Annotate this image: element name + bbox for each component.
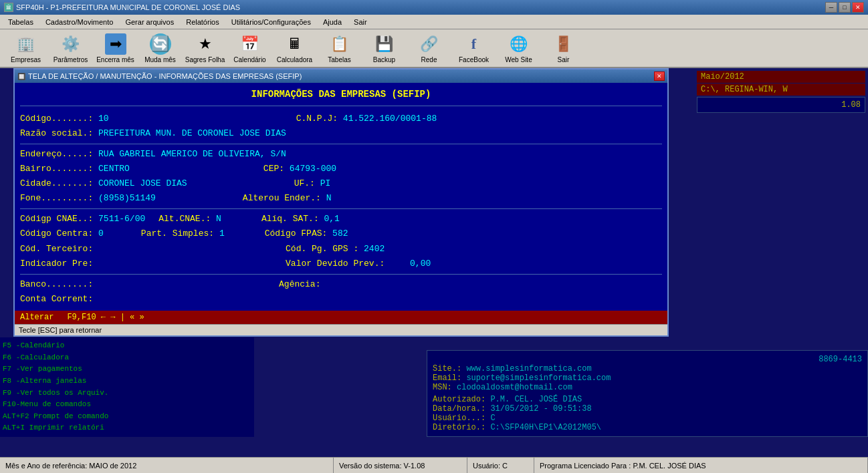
esc-hint: Tecle [ESC] para retornar	[19, 326, 102, 334]
sair-icon: 🚪	[553, 33, 574, 55]
cod-fpas-label: Código FPAS:	[265, 226, 332, 241]
tool-backup[interactable]: 💾 Backup	[362, 31, 406, 65]
title-bar: 🏛 SFP40H - P1-PREFEITURA MUNICIPAL DE CO…	[0, 0, 868, 15]
valor-devido-label: Valor Devido Prev.:	[286, 257, 390, 271]
menu-tabelas[interactable]: Tabelas	[3, 17, 39, 27]
rede-icon: 🔗	[419, 33, 440, 55]
tool-facebook[interactable]: f FaceBook	[452, 31, 496, 65]
cnae-label: Códigp CNAE..:	[20, 212, 98, 226]
main-area: Maio/2012 C:\, REGINA-WIN, W 1.08 F5 -Ca…	[0, 68, 868, 457]
alterou-value: N	[326, 191, 332, 206]
cod-centra-label: Código Centra:	[20, 226, 98, 241]
valor-devido-value: 0,00	[410, 257, 431, 271]
app-icon: 🏛	[4, 3, 13, 12]
close-button[interactable]: ✕	[852, 2, 864, 13]
modal-titlebar: 🔲 TELA DE ALTEÇÃO / MANUTENÇÃO - INFORMA…	[15, 69, 667, 83]
tool-tabelas[interactable]: 📋 Tabelas	[318, 31, 361, 65]
menu-gerar[interactable]: Gerar arquivos	[120, 17, 179, 27]
bairro-label: Bairro.......:	[20, 162, 98, 176]
tool-calculadora[interactable]: 🖩 Calculadora	[273, 31, 316, 65]
status-mes-ano: Mês e Ano de referência: MAIO de 2012	[0, 458, 334, 473]
tool-rede[interactable]: 🔗 Rede	[407, 31, 451, 65]
menu-relatorios[interactable]: Relatórios	[181, 17, 225, 27]
menu-utilitarios[interactable]: Utilitários/Configurações	[226, 17, 316, 27]
tool-sagres[interactable]: ★ Sagres Folha	[183, 31, 227, 65]
conta-label: Conta Corrent:	[20, 292, 98, 307]
tool-facebook-label: FaceBook	[459, 56, 489, 63]
cep-value: 64793-000	[290, 162, 336, 176]
cidade-label: Cidade.......:	[20, 176, 98, 191]
encerra-icon: ➡	[105, 33, 126, 55]
row-conta: Conta Corrent:	[20, 292, 662, 307]
modal-header-title: INFORMAÇÕES DAS EMPRESAS (SEFIP)	[20, 87, 662, 106]
row-banco: Banco........: Agência:	[20, 277, 662, 292]
modal-close-button[interactable]: ✕	[654, 71, 665, 81]
tool-sair[interactable]: 🚪 Sair	[542, 31, 585, 65]
tool-sair-label: Sair	[558, 56, 570, 63]
cod-centra-value: 0	[98, 226, 104, 241]
alterar-label[interactable]: Alterar	[20, 313, 53, 322]
tool-calendario[interactable]: 📅 Calendário	[228, 31, 272, 65]
part-simples-value: 1	[219, 226, 225, 241]
row-endereco: Endereço.....: RUA GABRIEL AMERICO DE OL…	[20, 147, 662, 162]
tool-encerra[interactable]: ➡ Encerra mês	[94, 31, 137, 65]
alt-cnae-label: Alt.CNAE.:	[158, 212, 216, 226]
tool-parametros[interactable]: ⚙️ Parâmetros	[49, 31, 92, 65]
aliq-sat-label: Alíq. SAT.:	[261, 212, 324, 226]
status-usuario: Usuário: C	[467, 458, 534, 473]
cod-pg-value: 2402	[364, 242, 385, 257]
cnpj-value: 41.522.160/0001-88	[343, 112, 437, 126]
backup-icon: 💾	[374, 33, 395, 55]
codigo-label: Código.......:	[20, 112, 98, 126]
tabelas-icon: 📋	[329, 33, 350, 55]
row-cidade: Cidade.......: CORONEL JOSE DIAS UF.: PI	[20, 176, 662, 191]
tool-muda-mes-label: Muda mês	[144, 56, 176, 63]
aliq-sat-value: 0,1	[324, 212, 340, 226]
cod-fpas-value: 582	[332, 226, 348, 241]
menu-ajuda[interactable]: Ajuda	[318, 17, 347, 27]
bairro-value: CENTRO	[98, 162, 130, 176]
cod-pg-label: Cód. Pg. GPS :	[286, 242, 364, 257]
row-razao: Razão social.: PREFEITURA MUN. DE CORONE…	[20, 126, 662, 141]
tool-empresas[interactable]: 🏢 Empresas	[4, 31, 47, 65]
tool-backup-label: Backup	[373, 56, 395, 63]
cnpj-label: C.N.P.J:	[296, 112, 343, 126]
tool-rede-label: Rede	[421, 56, 437, 63]
tool-empresas-label: Empresas	[11, 56, 41, 63]
menu-sair[interactable]: Sair	[348, 17, 372, 27]
endereco-value: RUA GABRIEL AMERICO DE OLIVEIRA, S/N	[98, 147, 286, 162]
tool-website[interactable]: 🌐 Web Site	[497, 31, 540, 65]
agencia-label: Agência:	[279, 277, 326, 292]
tool-parametros-label: Parâmetros	[53, 56, 88, 63]
row-codigo: Código.......: 10 C.N.P.J: 41.522.160/00…	[20, 112, 662, 126]
minimize-button[interactable]: ─	[825, 2, 837, 13]
status-programa: Programa Licenciado Para : P.M. CEL. JOS…	[534, 458, 868, 473]
status-bar: Mês e Ano de referência: MAIO de 2012 Ve…	[0, 457, 868, 473]
row-bairro: Bairro.......: CENTRO CEP: 64793-000	[20, 162, 662, 176]
status-versao: Versão do sistema: V-1.08	[334, 458, 467, 473]
uf-label: UF.:	[294, 176, 320, 191]
menu-bar: Tabelas Cadastro/Movimento Gerar arquivo…	[0, 15, 868, 29]
cod-terceiro-label: Cód. Terceiro:	[20, 242, 98, 257]
parametros-icon: ⚙️	[60, 33, 82, 55]
nav-keys: F9,F10 ← → | « »	[67, 313, 144, 322]
cnae-value: 7511-6/00	[98, 212, 145, 226]
banco-label: Banco........:	[20, 277, 98, 292]
alt-cnae-value: N	[216, 212, 221, 226]
tool-muda-mes[interactable]: 🔄 Muda mês	[138, 31, 182, 65]
maximize-button[interactable]: □	[839, 2, 851, 13]
alterou-label: Alterou Ender.:	[243, 191, 326, 206]
modal-title-text: TELA DE ALTEÇÃO / MANUTENÇÃO - INFORMAÇÕ…	[28, 72, 302, 80]
cep-label: CEP:	[263, 162, 290, 176]
calendario-icon: 📅	[239, 33, 261, 55]
divider-2	[20, 208, 662, 209]
muda-mes-icon: 🔄	[150, 33, 171, 55]
razao-label: Razão social.:	[20, 126, 98, 141]
tool-encerra-label: Encerra mês	[96, 56, 134, 63]
tool-sagres-label: Sagres Folha	[185, 56, 225, 63]
fone-label: Fone.........:	[20, 191, 98, 206]
menu-cadastro[interactable]: Cadastro/Movimento	[40, 17, 119, 27]
endereco-label: Endereço.....:	[20, 147, 98, 162]
codigo-value: 10	[98, 112, 109, 126]
row-indicador: Indicador Pre: Valor Devido Prev.: 0,00	[20, 257, 662, 271]
